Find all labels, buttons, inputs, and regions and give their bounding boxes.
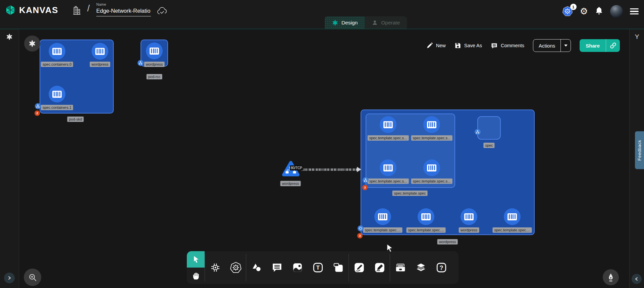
container-icon	[427, 121, 436, 128]
node-label: spec.template.spec.s...	[368, 135, 409, 141]
design-canvas[interactable]: Y Feedback New	[0, 29, 644, 288]
container-node[interactable]	[380, 116, 396, 133]
node-label: spec.template.spec.s...	[411, 178, 452, 184]
text-tool-button[interactable]: T	[308, 251, 328, 284]
hierarchy-badge[interactable]	[138, 60, 144, 66]
node-label: spec.template.spec....	[407, 227, 446, 233]
container-node[interactable]	[146, 43, 163, 59]
kubernetes-context-count-badge: 1	[570, 4, 577, 10]
image-tool-button[interactable]	[287, 251, 308, 284]
settings-gear-icon[interactable]: ⚙	[580, 7, 588, 16]
actions-button[interactable]: Actions	[533, 39, 571, 52]
zoom-button[interactable]	[24, 269, 41, 286]
copy-link-button[interactable]	[606, 39, 620, 52]
issue-count-badge[interactable]: 3	[362, 185, 368, 190]
hierarchy-badge[interactable]	[35, 103, 41, 109]
node-label: spec.containers.1	[41, 105, 73, 110]
organization-icon[interactable]	[72, 5, 81, 17]
pencil-icon	[426, 42, 433, 49]
container-icon	[52, 91, 62, 98]
header-right-controls: 1 ⚙	[562, 5, 639, 18]
comment-tool-button[interactable]	[267, 251, 287, 284]
brand[interactable]: KANVAS	[5, 4, 58, 16]
layers-icon	[415, 262, 427, 273]
node-label: spec.template.spec....	[363, 227, 402, 233]
canvas-toolbar: T	[187, 251, 459, 284]
brand-name: KANVAS	[19, 5, 58, 15]
notifications-bell-icon[interactable]	[595, 6, 603, 17]
spec-node[interactable]	[477, 116, 501, 140]
question-icon: ?	[436, 262, 447, 273]
hierarchy-badge[interactable]	[363, 177, 369, 183]
kanvas-spinner-icon[interactable]	[6, 33, 13, 42]
container-icon	[383, 121, 393, 128]
component-library-button[interactable]	[205, 251, 225, 284]
validate-icon[interactable]: Y	[630, 33, 644, 41]
saved-components-button[interactable]	[390, 251, 411, 284]
pod-template-group[interactable]	[366, 114, 455, 188]
node-label: wordpress	[144, 62, 165, 67]
issue-count-badge[interactable]: 2	[35, 111, 40, 116]
container-node[interactable]	[461, 208, 477, 225]
pen-line-icon	[354, 262, 365, 273]
kubernetes-context-button[interactable]: 1	[562, 6, 573, 17]
container-node[interactable]	[92, 43, 108, 60]
left-rail	[0, 29, 19, 288]
save-as-button[interactable]: Save As	[454, 42, 482, 49]
new-label: New	[436, 43, 446, 48]
actions-dropdown-button[interactable]	[560, 40, 571, 52]
hierarchy-badge[interactable]	[475, 129, 481, 135]
share-label: Share	[580, 39, 606, 52]
sticky-note-icon	[333, 262, 344, 273]
container-node[interactable]	[380, 159, 396, 176]
expand-right-panel-button[interactable]	[632, 274, 642, 284]
kubernetes-components-button[interactable]	[225, 251, 246, 284]
layers-button[interactable]	[411, 251, 431, 284]
node-label: wordpress	[459, 227, 479, 233]
container-node[interactable]	[49, 86, 65, 102]
group-label: spec.template.spec	[392, 191, 428, 196]
freehand-draw-tool-button[interactable]	[369, 251, 390, 284]
pan-tool-button[interactable]	[187, 268, 205, 284]
design-name-field: Name	[96, 2, 152, 16]
breadcrumb-separator: /	[87, 3, 90, 14]
container-node[interactable]	[423, 116, 440, 133]
shapes-tool-button[interactable]	[246, 251, 267, 284]
kanvas-logo-icon	[5, 4, 16, 16]
container-node[interactable]	[374, 208, 391, 225]
container-node[interactable]	[49, 43, 65, 60]
select-tool-button[interactable]	[187, 251, 205, 268]
feedback-tab[interactable]: Feedback	[635, 131, 644, 169]
line-draw-tool-button[interactable]	[349, 251, 369, 284]
tab-operate[interactable]: Operate	[365, 16, 407, 29]
design-name-input[interactable]	[96, 7, 151, 16]
container-icon	[378, 213, 387, 220]
hamburger-menu-icon[interactable]	[630, 8, 639, 15]
expand-left-panel-button[interactable]	[4, 273, 15, 283]
help-button[interactable]: ?	[431, 251, 451, 284]
tab-design[interactable]: Design	[325, 16, 365, 29]
container-node[interactable]	[418, 208, 434, 225]
link-icon	[609, 42, 617, 49]
pencil-scribble-icon	[374, 262, 385, 273]
save-as-label: Save As	[464, 43, 482, 48]
helm-badge[interactable]	[358, 225, 364, 231]
tab-design-label: Design	[341, 20, 358, 26]
issue-count-badge[interactable]: 3	[357, 233, 363, 238]
user-avatar[interactable]	[610, 5, 623, 18]
shapes-icon	[251, 262, 262, 273]
share-button[interactable]: Share	[580, 39, 620, 52]
canvas-dock-widget[interactable]	[24, 35, 40, 52]
note-tool-button[interactable]	[328, 251, 348, 284]
container-icon	[52, 48, 62, 55]
container-node[interactable]	[504, 208, 521, 225]
network-edge[interactable]	[302, 168, 358, 171]
comments-label: Comments	[501, 43, 524, 48]
new-button[interactable]: New	[426, 42, 446, 49]
group-label: wordpress	[437, 239, 458, 244]
container-node[interactable]	[423, 159, 440, 176]
kanvas-app: KANVAS / Name	[0, 0, 644, 288]
comments-button[interactable]: Comments	[491, 42, 524, 49]
design-action-bar: New Save As Comments Actions	[426, 39, 620, 52]
annotate-button[interactable]	[603, 269, 619, 285]
